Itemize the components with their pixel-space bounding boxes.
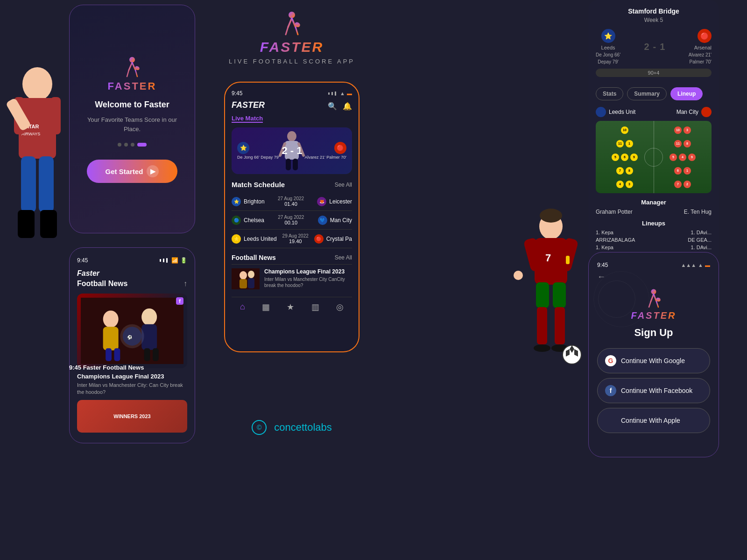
- news-section-title: Football News: [77, 280, 127, 288]
- dot-3[interactable]: [131, 143, 134, 147]
- bell-icon[interactable]: 🔔: [343, 102, 352, 111]
- lineups-title: Lineups: [596, 220, 712, 227]
- apple-signin-button[interactable]: Continue With Apple: [597, 408, 710, 433]
- svg-text:⚽: ⚽: [127, 335, 133, 340]
- nav-star[interactable]: ★: [287, 302, 294, 312]
- manager-title: Manager: [596, 199, 712, 206]
- manager-section: Manager Graham Potter E. Ten Hug: [596, 199, 712, 215]
- lineup-left-1: 1. Kepa: [596, 230, 613, 235]
- ronaldo-player-image: 7: [504, 201, 598, 434]
- phone-news-see-all[interactable]: See All: [335, 254, 352, 261]
- lineups-section: Lineups 1. Kepa 1. DAvi... ARRIZABALAGA …: [596, 220, 712, 250]
- apple-icon: [605, 415, 616, 426]
- player-8: 8: [626, 167, 633, 175]
- news-main-image[interactable]: ⚽ f: [77, 294, 187, 368]
- share-icon[interactable]: ↑: [183, 280, 187, 288]
- arrow-icon: ▶: [147, 165, 159, 177]
- nav-radio[interactable]: ◎: [336, 302, 344, 312]
- center-time: 9:45: [232, 90, 242, 97]
- news-badge: f: [176, 297, 183, 305]
- svg-rect-24: [144, 348, 150, 361]
- player-10: 10: [621, 126, 628, 134]
- player-r11: 11: [674, 140, 682, 147]
- match-row-1[interactable]: ⭐Brighton 27 Aug 202201.40 🦊Leicester: [232, 192, 352, 211]
- week-label: Week 5: [596, 17, 712, 23]
- venue-name: Stamford Bridge: [596, 7, 712, 15]
- dot-1[interactable]: [118, 143, 121, 147]
- facebook-btn-label: Continue With Facebook: [621, 387, 692, 394]
- svg-rect-9: [40, 210, 57, 238]
- match-score-display: 2 - 1: [282, 145, 302, 157]
- phone-news-row[interactable]: Champions League Final 2023 Inter Milan …: [232, 264, 352, 293]
- left-team-badge: ⭐: [237, 142, 249, 154]
- svg-rect-53: [536, 282, 549, 308]
- lineup-row-1: 1. Kepa 1. DAvi...: [596, 230, 712, 235]
- signal-bar-1: [160, 259, 161, 262]
- lineup-right-1: 1. DAvi...: [691, 230, 712, 235]
- nav-calendar[interactable]: ▦: [262, 302, 270, 312]
- left-result-badge: ⭐: [601, 29, 615, 43]
- left-result-teamname: Leeds: [601, 45, 615, 50]
- news-panel-brand: Faster: [77, 269, 187, 278]
- get-started-button[interactable]: Get Started ▶: [87, 160, 178, 183]
- lineup-left-2: ARRIZABALAGA: [596, 237, 635, 243]
- manager-right: E. Ten Hug: [684, 209, 712, 215]
- right-team-scorers: Alvarez 21' Palmer 70': [305, 155, 346, 160]
- svg-rect-45: [248, 278, 254, 288]
- player-6: 6: [621, 154, 628, 161]
- messi-player-image: QATAR AIRWAYS: [0, 37, 75, 299]
- facebook-signin-button[interactable]: f Continue With Facebook: [597, 378, 710, 403]
- dot-2[interactable]: [124, 143, 128, 147]
- svg-line-30: [288, 18, 292, 27]
- left-team-lineup-name: Leeds Unit: [609, 109, 635, 115]
- player-11: 11: [616, 140, 624, 147]
- match-row-3[interactable]: ⭐Leeds United 29 Aug 202219.40 🔴Crystal …: [232, 230, 352, 248]
- center-signal-3: [335, 91, 336, 96]
- concetto-labs-branding: © concettolabs: [215, 420, 369, 435]
- football-news-panel: 9:45 📶 🔋 Faster Football News ↑: [69, 247, 195, 443]
- google-signin-button[interactable]: G Continue With Google: [597, 348, 710, 373]
- svg-line-15: [135, 70, 137, 77]
- tab-summary[interactable]: Summary: [627, 87, 667, 100]
- live-match-tab[interactable]: Live Match: [232, 115, 263, 123]
- dot-4[interactable]: [137, 143, 147, 147]
- svg-rect-8: [18, 210, 35, 238]
- search-icon[interactable]: 🔍: [328, 102, 337, 111]
- svg-line-14: [127, 70, 129, 77]
- match-result-row: ⭐ Leeds De Jong 66' Depay 79' 2 - 1 🔴 Ar…: [596, 29, 712, 64]
- nav-home[interactable]: ⌂: [240, 302, 245, 312]
- google-btn-label: Continue With Google: [621, 357, 685, 364]
- phone-news-title: Football News: [232, 254, 276, 261]
- match-row-2[interactable]: 🔵Chelsea 27 Aug 202200.10 💙Man City: [232, 211, 352, 230]
- tab-lineup[interactable]: Lineup: [670, 87, 703, 100]
- svg-line-65: [656, 301, 658, 307]
- left-scorers-2: Depay 79': [598, 59, 619, 64]
- facebook-icon: f: [605, 385, 616, 396]
- svg-rect-6: [21, 156, 36, 212]
- player-r6: 6: [674, 167, 682, 175]
- apple-btn-label: Continue With Apple: [621, 417, 680, 424]
- welcome-screen-panel: FASTER Welcome to Faster Your Favorite T…: [69, 5, 195, 233]
- schedule-see-all[interactable]: See All: [335, 182, 352, 188]
- news-panel-time-brand: 9:45 Faster Football News: [69, 364, 144, 371]
- svg-point-52: [514, 271, 523, 280]
- tab-stats[interactable]: Stats: [596, 87, 623, 100]
- lineup-right-2: DE GEA...: [688, 237, 712, 243]
- phone-status-bar: 9:45 📶 🔋: [77, 257, 187, 264]
- player-9: 9: [630, 154, 638, 161]
- center-phone-mockup: 9:45 ▲ ▬ FASTER 🔍 🔔 Live Match: [224, 82, 359, 352]
- svg-rect-55: [537, 307, 547, 344]
- welcome-logo-area: FASTER: [108, 55, 157, 92]
- news-secondary-image[interactable]: WINNERS 2023: [77, 400, 187, 433]
- phone-news-image: [232, 268, 260, 289]
- nav-stats[interactable]: ▥: [311, 302, 319, 312]
- right-lineup-badge: [701, 107, 712, 117]
- svg-point-44: [248, 271, 254, 278]
- svg-point-18: [103, 310, 119, 328]
- svg-point-29: [289, 12, 295, 18]
- live-match-card[interactable]: ⭐ De Jong 66' Depay 79' 2 - 1 🔴 Alvarez …: [232, 127, 352, 174]
- player-3b: 3: [626, 181, 633, 188]
- signup-time: 9:45: [597, 262, 608, 268]
- player-r1: 1: [684, 167, 691, 175]
- formation-display: 10 11 1 5 6 9 7 8 4 3 10 3: [596, 121, 712, 193]
